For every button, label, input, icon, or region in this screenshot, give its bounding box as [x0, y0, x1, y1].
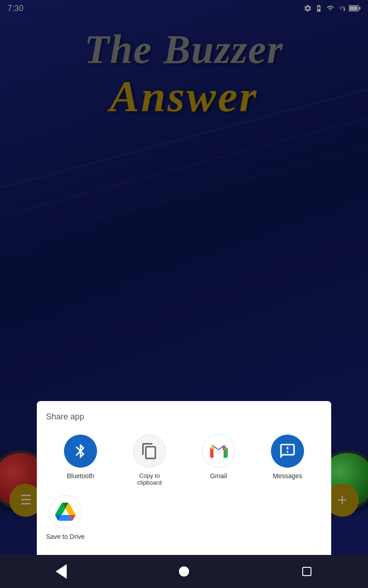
- share-title: Share app: [46, 412, 322, 422]
- messages-label: Messages: [273, 472, 302, 480]
- share-item-bluetooth[interactable]: Bluetooth: [46, 435, 115, 486]
- messages-icon: [279, 442, 296, 460]
- share-grid: Bluetooth Copy toclipboard: [46, 435, 322, 486]
- share-row2: Save to Drive: [46, 495, 322, 540]
- nav-home-button[interactable]: [170, 558, 198, 585]
- bluetooth-icon: [72, 443, 89, 459]
- recent-icon: [302, 567, 311, 576]
- app-background: 7:30: [0, 0, 368, 588]
- clipboard-icon-bg: [133, 435, 166, 468]
- nav-bar: [0, 555, 368, 588]
- nav-recent-button[interactable]: [293, 558, 321, 585]
- drive-label: Save to Drive: [46, 533, 85, 540]
- gmail-icon: [208, 441, 229, 461]
- drive-icon: [55, 502, 75, 522]
- bluetooth-label: Bluetooth: [67, 472, 94, 480]
- share-item-messages[interactable]: Messages: [253, 435, 322, 486]
- home-icon: [179, 566, 189, 577]
- share-dialog: Share app Bluetooth Copy toclipboar: [37, 401, 331, 555]
- bluetooth-icon-bg: [64, 435, 97, 468]
- share-item-gmail[interactable]: Gmail: [184, 435, 253, 486]
- messages-icon-bg: [271, 435, 304, 468]
- share-item-drive[interactable]: Save to Drive: [46, 495, 85, 540]
- gmail-icon-bg: [202, 435, 235, 468]
- share-item-clipboard[interactable]: Copy toclipboard: [115, 435, 184, 486]
- clipboard-icon: [141, 442, 158, 460]
- gmail-label: Gmail: [210, 472, 227, 480]
- nav-back-button[interactable]: [47, 558, 75, 585]
- clipboard-label: Copy toclipboard: [138, 472, 162, 486]
- back-icon: [56, 564, 67, 579]
- drive-icon-bg: [49, 495, 82, 528]
